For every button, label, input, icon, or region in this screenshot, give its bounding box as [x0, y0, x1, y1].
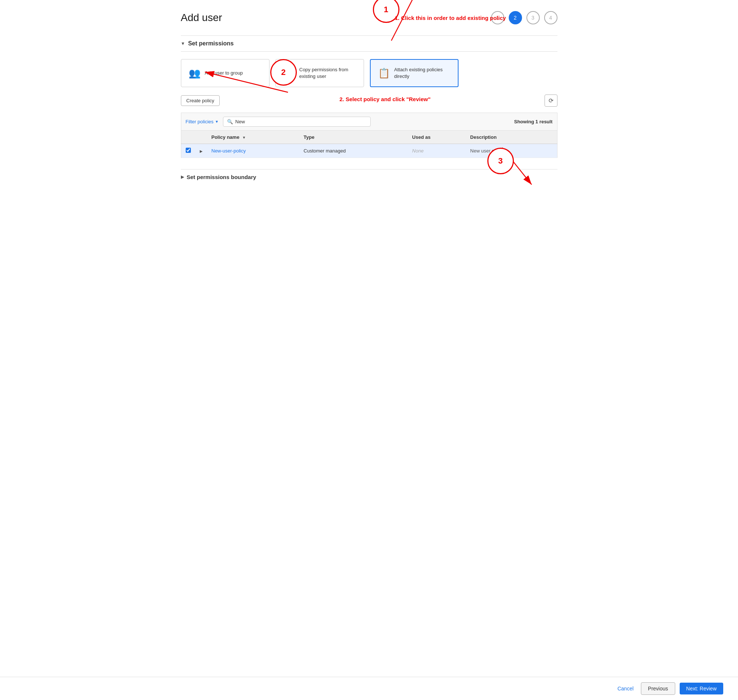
table-row: ▶ New-user-policy Customer managed None … [181, 144, 557, 158]
annotation-arrows [181, 0, 572, 222]
results-count: Showing 1 result [514, 119, 552, 124]
policy-name-link[interactable]: New-user-policy [212, 148, 246, 154]
search-icon: 🔍 [227, 119, 233, 124]
add-user-to-group-option[interactable]: 👥 Add user to group [181, 59, 269, 87]
row-checkbox[interactable] [186, 148, 191, 153]
step-indicators: 1 2 3 4 [491, 11, 557, 24]
attach-policies-option[interactable]: 📋 Attach existing policies directly [370, 59, 459, 87]
step-4[interactable]: 4 [544, 11, 557, 24]
th-expand [195, 131, 207, 144]
row-policy-name[interactable]: New-user-policy [207, 144, 299, 158]
sort-icon: ▼ [242, 135, 246, 140]
search-input[interactable] [235, 119, 367, 124]
th-used-as: Used as [407, 131, 466, 144]
th-policy-name-label: Policy name [212, 134, 240, 140]
attach-policies-label: Attach existing policies directly [394, 66, 450, 80]
page-title: Add user [181, 12, 222, 24]
set-permissions-section-header[interactable]: ▼ Set permissions [181, 35, 557, 52]
step-1[interactable]: 1 [491, 11, 504, 24]
attach-policies-icon: 📋 [378, 68, 390, 79]
row-description: New user policy [466, 144, 557, 158]
row-checkbox-cell[interactable] [181, 144, 195, 158]
th-policy-name[interactable]: Policy name ▼ [207, 131, 299, 144]
section-collapse-icon: ▼ [181, 41, 185, 46]
boundary-collapse-icon: ▶ [181, 175, 184, 179]
th-description: Description [466, 131, 557, 144]
table-header-row: Policy name ▼ Type Used as Description [181, 131, 557, 144]
th-type: Type [299, 131, 407, 144]
copy-permissions-option[interactable]: 👤 Copy permissions from existing user [275, 59, 364, 87]
permission-options: 👥 Add user to group 👤 Copy permissions f… [181, 59, 557, 87]
filter-chevron-icon: ▼ [215, 120, 219, 124]
policy-toolbar: Create policy ⟳ [181, 94, 557, 107]
expand-arrow-icon[interactable]: ▶ [200, 149, 203, 153]
add-group-icon: 👥 [189, 68, 200, 79]
filter-policies-label: Filter policies [186, 119, 214, 124]
search-box: 🔍 [223, 117, 370, 126]
row-expand-cell[interactable]: ▶ [195, 144, 207, 158]
copy-permissions-icon: 👤 [283, 68, 295, 79]
row-type: Customer managed [299, 144, 407, 158]
create-policy-button[interactable]: Create policy [181, 95, 220, 106]
add-group-label: Add user to group [205, 70, 243, 76]
refresh-button[interactable]: ⟳ [545, 94, 557, 107]
permissions-boundary-section[interactable]: ▶ Set permissions boundary [181, 169, 557, 185]
filter-policies-button[interactable]: Filter policies ▼ [186, 119, 219, 124]
policy-table: Policy name ▼ Type Used as Description ▶… [181, 130, 557, 158]
set-permissions-label: Set permissions [188, 40, 234, 47]
copy-permissions-label: Copy permissions from existing user [299, 66, 356, 80]
page-header: Add user 1 2 3 4 [181, 11, 557, 24]
th-checkbox [181, 131, 195, 144]
row-used-as: None [407, 144, 466, 158]
filter-bar: Filter policies ▼ 🔍 Showing 1 result [181, 113, 557, 130]
boundary-section-label: Set permissions boundary [187, 174, 256, 180]
refresh-icon: ⟳ [548, 97, 553, 104]
step-2[interactable]: 2 [509, 11, 522, 24]
step-3[interactable]: 3 [526, 11, 540, 24]
